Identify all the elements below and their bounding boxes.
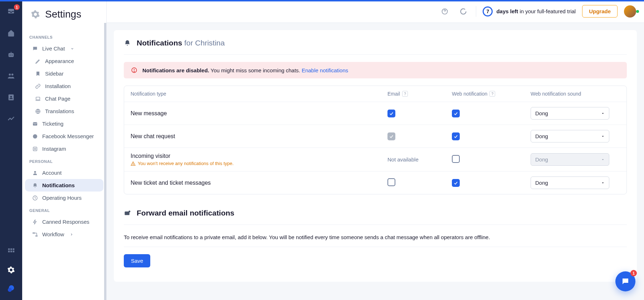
sidebar-resize-handle[interactable] [104,23,106,300]
chevron-down-icon [70,47,74,50]
help-web[interactable]: ? [489,91,495,97]
clock-icon [32,195,38,201]
main: 7 days left in your full-featured trial … [107,0,644,300]
avatar[interactable] [624,5,636,18]
table-row: New chat requestDong [124,125,626,148]
nav-label: Workflow [42,231,64,237]
rail-analytics[interactable] [5,112,18,125]
refresh-button[interactable] [457,5,469,18]
nav-ticketing[interactable]: Ticketing [25,117,103,130]
svg-rect-9 [8,248,10,250]
web-checkbox[interactable] [452,132,460,140]
link-icon [35,83,41,89]
save-button[interactable]: Save [124,254,150,267]
rail-apps[interactable] [5,245,18,258]
svg-rect-21 [33,147,37,151]
svg-point-3 [11,54,13,55]
trial-days-badge: 7 [483,6,493,16]
web-checkbox[interactable] [452,110,460,117]
for-user: for Christina [184,39,225,47]
sound-select[interactable]: Dong [531,176,609,189]
nav-operating-hours[interactable]: Operating Hours [25,192,103,204]
row-label: New message [131,110,387,117]
rail-home[interactable] [5,26,18,39]
nav-instagram[interactable]: Instagram [25,142,103,155]
bell-icon [32,183,38,188]
chat-icon [621,277,630,286]
rail-logo[interactable] [5,282,18,295]
section-channels: CHANNELS [22,31,106,42]
table-row: New ticket and ticket messagesDong [124,171,626,194]
section-general: GENERAL [22,204,106,216]
row-label: New ticket and ticket messages [131,180,387,186]
rail-settings[interactable] [5,263,18,276]
pencil-icon [35,58,41,64]
chat-icon [32,46,38,52]
person-icon [32,170,38,176]
svg-rect-14 [13,251,15,252]
help-button[interactable] [439,5,451,18]
nav-notifications[interactable]: Notifications [25,179,103,192]
svg-point-30 [134,71,135,72]
status-online-dot [636,10,639,13]
enable-notifications-link[interactable]: Enable notifications [302,67,348,73]
col-web: Web notification? [452,91,531,97]
email-checkbox[interactable] [387,132,395,140]
upgrade-button[interactable]: Upgrade [582,5,618,18]
email-checkbox[interactable] [387,178,395,186]
mail-forward-icon [124,209,131,217]
nav-live-chat[interactable]: Live Chat [25,42,103,55]
nav-workflow[interactable]: Workflow [25,228,103,241]
table-header: Notification type Email? Web notificatio… [124,86,626,102]
alert-icon [131,67,137,73]
nav-installation[interactable]: Installation [25,80,103,92]
nav-appearance[interactable]: Appearance [25,55,103,67]
trial-info: 7 days left in your full-featured trial [483,6,576,16]
nav-chat-page[interactable]: Chat Page [25,92,103,105]
rail-inbox[interactable]: 1 [5,5,18,18]
bolt-icon [32,219,38,225]
web-checkbox[interactable] [452,179,460,187]
col-sound: Web notification sound [531,91,620,97]
svg-point-23 [34,171,36,173]
rail-visitors[interactable] [5,69,18,82]
nav-label: Installation [45,83,71,89]
web-checkbox[interactable] [452,155,460,163]
topbar: 7 days left in your full-featured trial … [107,0,644,23]
fab-badge: 1 [630,270,637,276]
sound-select[interactable]: Dong [531,107,609,120]
bookmark-icon [35,71,41,77]
nav-sidebar[interactable]: Sidebar [25,67,103,80]
icon-rail: 1 [0,0,22,300]
svg-rect-12 [8,251,10,252]
help-email[interactable]: ? [402,91,408,97]
nav-translations[interactable]: Translations [25,105,103,117]
nav-label: Chat Page [45,96,70,102]
chat-fab[interactable]: 1 [615,271,635,291]
laptop-icon [35,96,41,102]
row-label: Incoming visitor [131,153,387,159]
rail-contacts[interactable] [5,91,18,104]
notifications-title: Notifications for Christina [124,39,627,55]
nav-label: Sidebar [45,71,64,77]
svg-point-22 [34,148,36,150]
rail-inbox-badge: 1 [14,4,20,10]
svg-point-34 [128,211,130,212]
table-row: Incoming visitorYou won't receive any no… [124,148,626,171]
email-checkbox[interactable] [387,110,395,117]
nav-account[interactable]: Account [25,166,103,179]
nav-facebook[interactable]: Facebook Messenger [25,130,103,142]
nav-label: Instagram [42,146,66,152]
svg-rect-10 [10,248,12,250]
svg-point-20 [33,134,37,139]
nav-label: Ticketing [42,121,63,127]
nav-label: Translations [45,108,74,114]
not-available: Not available [387,156,419,163]
instagram-icon [32,146,38,152]
nav-canned[interactable]: Canned Responses [25,216,103,228]
page-header: Settings [22,0,106,26]
sound-select[interactable]: Dong [531,130,609,142]
rail-bot[interactable] [5,48,18,61]
forward-description: To receive email notifications to a priv… [124,232,627,247]
svg-point-32 [133,164,133,165]
